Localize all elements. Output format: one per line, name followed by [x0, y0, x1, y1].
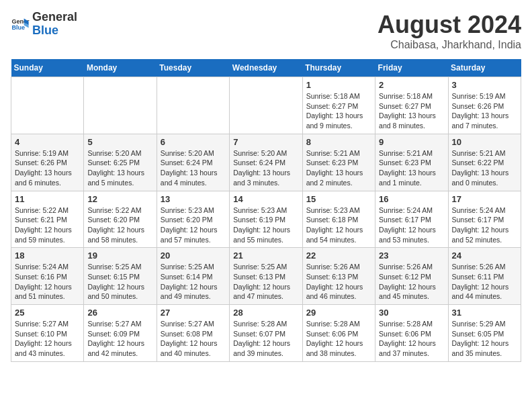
- calendar-cell: 30Sunrise: 5:28 AM Sunset: 6:06 PM Dayli…: [375, 305, 448, 362]
- day-info: Sunrise: 5:18 AM Sunset: 6:27 PM Dayligh…: [306, 91, 371, 131]
- day-number: 26: [87, 308, 152, 318]
- day-info: Sunrise: 5:28 AM Sunset: 6:06 PM Dayligh…: [379, 319, 444, 359]
- day-number: 17: [452, 194, 517, 204]
- weekday-header-friday: Friday: [375, 59, 448, 77]
- day-info: Sunrise: 5:28 AM Sunset: 6:07 PM Dayligh…: [233, 319, 298, 359]
- day-info: Sunrise: 5:25 AM Sunset: 6:14 PM Dayligh…: [161, 262, 226, 302]
- day-number: 11: [15, 194, 80, 204]
- day-info: Sunrise: 5:24 AM Sunset: 6:16 PM Dayligh…: [15, 262, 80, 302]
- calendar-week-1: 1Sunrise: 5:18 AM Sunset: 6:27 PM Daylig…: [11, 77, 521, 134]
- day-info: Sunrise: 5:21 AM Sunset: 6:23 PM Dayligh…: [379, 148, 444, 188]
- svg-text:Blue: Blue: [11, 24, 25, 31]
- day-number: 5: [87, 137, 152, 147]
- calendar-cell: 20Sunrise: 5:25 AM Sunset: 6:14 PM Dayli…: [157, 248, 229, 305]
- day-number: 8: [306, 137, 371, 147]
- logo-text-line2: Blue: [32, 24, 77, 38]
- day-number: 28: [233, 308, 298, 318]
- day-number: 1: [306, 80, 371, 90]
- day-number: 21: [233, 250, 298, 261]
- day-number: 24: [452, 250, 517, 261]
- calendar-cell: 27Sunrise: 5:27 AM Sunset: 6:08 PM Dayli…: [157, 305, 229, 362]
- day-number: 31: [452, 308, 517, 318]
- logo-icon: General Blue: [11, 15, 30, 34]
- day-number: 13: [161, 194, 226, 204]
- calendar-cell: 13Sunrise: 5:23 AM Sunset: 6:20 PM Dayli…: [157, 191, 229, 248]
- page-header: General Blue General Blue August 2024 Ch…: [11, 11, 521, 51]
- day-number: 18: [15, 250, 80, 261]
- day-number: 14: [233, 194, 298, 204]
- calendar-cell: 31Sunrise: 5:29 AM Sunset: 6:05 PM Dayli…: [448, 305, 521, 362]
- day-info: Sunrise: 5:21 AM Sunset: 6:22 PM Dayligh…: [452, 148, 517, 188]
- day-info: Sunrise: 5:28 AM Sunset: 6:06 PM Dayligh…: [306, 319, 371, 359]
- day-info: Sunrise: 5:26 AM Sunset: 6:11 PM Dayligh…: [452, 262, 517, 302]
- calendar-cell: 3Sunrise: 5:19 AM Sunset: 6:26 PM Daylig…: [448, 77, 521, 134]
- calendar-table: SundayMondayTuesdayWednesdayThursdayFrid…: [11, 59, 521, 362]
- day-number: 2: [379, 80, 444, 90]
- title-block: August 2024 Chaibasa, Jharkhand, India: [378, 11, 521, 51]
- day-info: Sunrise: 5:20 AM Sunset: 6:24 PM Dayligh…: [161, 148, 226, 188]
- day-number: 27: [161, 308, 226, 318]
- day-info: Sunrise: 5:27 AM Sunset: 6:10 PM Dayligh…: [15, 319, 80, 359]
- calendar-week-2: 4Sunrise: 5:19 AM Sunset: 6:26 PM Daylig…: [11, 134, 521, 191]
- day-number: 10: [452, 137, 517, 147]
- day-info: Sunrise: 5:25 AM Sunset: 6:15 PM Dayligh…: [87, 262, 152, 302]
- day-info: Sunrise: 5:23 AM Sunset: 6:19 PM Dayligh…: [233, 205, 298, 245]
- calendar-week-3: 11Sunrise: 5:22 AM Sunset: 6:21 PM Dayli…: [11, 191, 521, 248]
- calendar-cell: [11, 77, 84, 134]
- calendar-cell: [157, 77, 229, 134]
- weekday-header-thursday: Thursday: [302, 59, 375, 77]
- calendar-cell: 24Sunrise: 5:26 AM Sunset: 6:11 PM Dayli…: [448, 248, 521, 305]
- calendar-cell: [230, 77, 302, 134]
- day-number: 6: [161, 137, 226, 147]
- day-number: 15: [306, 194, 371, 204]
- day-info: Sunrise: 5:27 AM Sunset: 6:09 PM Dayligh…: [87, 319, 152, 359]
- calendar-cell: 8Sunrise: 5:21 AM Sunset: 6:23 PM Daylig…: [302, 134, 375, 191]
- day-number: 7: [233, 137, 298, 147]
- day-number: 23: [379, 250, 444, 261]
- calendar-week-5: 25Sunrise: 5:27 AM Sunset: 6:10 PM Dayli…: [11, 305, 521, 362]
- day-info: Sunrise: 5:27 AM Sunset: 6:08 PM Dayligh…: [161, 319, 226, 359]
- day-info: Sunrise: 5:23 AM Sunset: 6:20 PM Dayligh…: [161, 205, 226, 245]
- weekday-header-sunday: Sunday: [11, 59, 84, 77]
- day-number: 22: [306, 250, 371, 261]
- calendar-cell: 17Sunrise: 5:24 AM Sunset: 6:17 PM Dayli…: [448, 191, 521, 248]
- day-info: Sunrise: 5:21 AM Sunset: 6:23 PM Dayligh…: [306, 148, 371, 188]
- calendar-cell: 21Sunrise: 5:25 AM Sunset: 6:13 PM Dayli…: [230, 248, 302, 305]
- day-info: Sunrise: 5:18 AM Sunset: 6:27 PM Dayligh…: [379, 91, 444, 131]
- calendar-title: August 2024: [378, 11, 521, 39]
- calendar-cell: 19Sunrise: 5:25 AM Sunset: 6:15 PM Dayli…: [84, 248, 157, 305]
- day-number: 4: [15, 137, 80, 147]
- calendar-cell: 4Sunrise: 5:19 AM Sunset: 6:26 PM Daylig…: [11, 134, 84, 191]
- calendar-cell: 7Sunrise: 5:20 AM Sunset: 6:24 PM Daylig…: [230, 134, 302, 191]
- logo: General Blue General Blue: [11, 11, 77, 38]
- calendar-week-4: 18Sunrise: 5:24 AM Sunset: 6:16 PM Dayli…: [11, 248, 521, 305]
- day-info: Sunrise: 5:25 AM Sunset: 6:13 PM Dayligh…: [233, 262, 298, 302]
- header-row: SundayMondayTuesdayWednesdayThursdayFrid…: [11, 59, 521, 77]
- day-number: 20: [161, 250, 226, 261]
- calendar-cell: 29Sunrise: 5:28 AM Sunset: 6:06 PM Dayli…: [302, 305, 375, 362]
- day-info: Sunrise: 5:20 AM Sunset: 6:25 PM Dayligh…: [87, 148, 152, 188]
- day-info: Sunrise: 5:24 AM Sunset: 6:17 PM Dayligh…: [379, 205, 444, 245]
- day-info: Sunrise: 5:19 AM Sunset: 6:26 PM Dayligh…: [452, 91, 517, 131]
- day-info: Sunrise: 5:24 AM Sunset: 6:17 PM Dayligh…: [452, 205, 517, 245]
- calendar-cell: 22Sunrise: 5:26 AM Sunset: 6:13 PM Dayli…: [302, 248, 375, 305]
- calendar-cell: 25Sunrise: 5:27 AM Sunset: 6:10 PM Dayli…: [11, 305, 84, 362]
- calendar-cell: 9Sunrise: 5:21 AM Sunset: 6:23 PM Daylig…: [375, 134, 448, 191]
- day-number: 16: [379, 194, 444, 204]
- day-number: 25: [15, 308, 80, 318]
- day-info: Sunrise: 5:22 AM Sunset: 6:21 PM Dayligh…: [15, 205, 80, 245]
- calendar-cell: 2Sunrise: 5:18 AM Sunset: 6:27 PM Daylig…: [375, 77, 448, 134]
- calendar-cell: 16Sunrise: 5:24 AM Sunset: 6:17 PM Dayli…: [375, 191, 448, 248]
- day-number: 9: [379, 137, 444, 147]
- calendar-cell: 14Sunrise: 5:23 AM Sunset: 6:19 PM Dayli…: [230, 191, 302, 248]
- calendar-cell: 28Sunrise: 5:28 AM Sunset: 6:07 PM Dayli…: [230, 305, 302, 362]
- calendar-cell: 10Sunrise: 5:21 AM Sunset: 6:22 PM Dayli…: [448, 134, 521, 191]
- calendar-cell: 26Sunrise: 5:27 AM Sunset: 6:09 PM Dayli…: [84, 305, 157, 362]
- calendar-cell: 12Sunrise: 5:22 AM Sunset: 6:20 PM Dayli…: [84, 191, 157, 248]
- calendar-cell: 23Sunrise: 5:26 AM Sunset: 6:12 PM Dayli…: [375, 248, 448, 305]
- calendar-cell: [84, 77, 157, 134]
- calendar-cell: 18Sunrise: 5:24 AM Sunset: 6:16 PM Dayli…: [11, 248, 84, 305]
- weekday-header-monday: Monday: [84, 59, 157, 77]
- day-number: 19: [87, 250, 152, 261]
- day-info: Sunrise: 5:26 AM Sunset: 6:13 PM Dayligh…: [306, 262, 371, 302]
